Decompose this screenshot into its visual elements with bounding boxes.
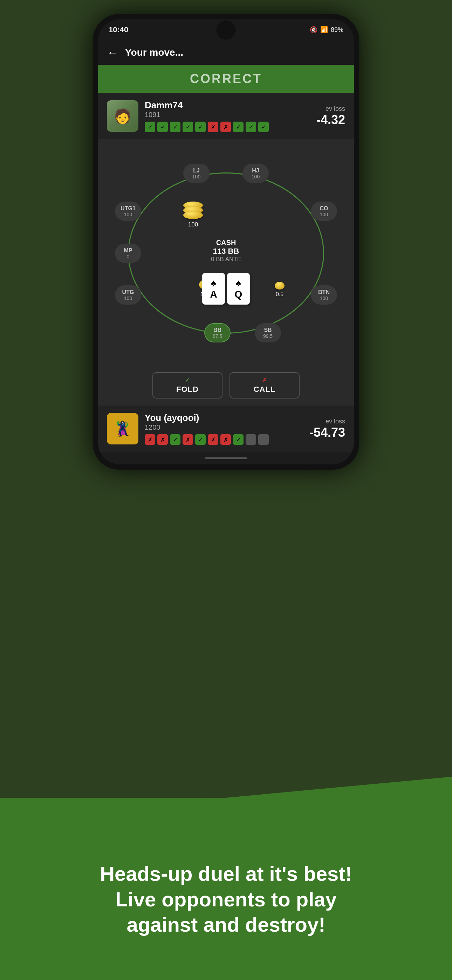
diagonal-cut xyxy=(0,777,452,819)
card-2-suit: ♠ xyxy=(236,278,241,289)
badge-4: ✓ xyxy=(183,122,193,132)
fold-button[interactable]: ✓ FOLD xyxy=(153,372,223,399)
call-button[interactable]: ✗ CALL xyxy=(229,372,299,399)
pos-utg-stack: 100 xyxy=(124,296,132,301)
mute-icon: 🔇 xyxy=(310,26,317,33)
position-mp: MP 0 xyxy=(115,243,141,263)
table-bb: 113 BB xyxy=(211,247,241,256)
card-2: ♠ Q xyxy=(227,273,250,305)
badge-b3: ✓ xyxy=(170,434,180,445)
badge-b6: ✗ xyxy=(208,434,218,445)
badge-1: ✓ xyxy=(145,122,155,132)
pos-utg1-stack: 100 xyxy=(124,212,132,217)
badge-2: ✓ xyxy=(157,122,168,132)
player-info-bottom: You (ayqooi) 1200 ✗ ✗ ✓ ✗ ✓ ✗ ✗ ✓ xyxy=(145,412,303,445)
pos-utg1-label: UTG1 xyxy=(121,205,135,212)
banner-line1: Heads-up duel at it's best! xyxy=(100,861,352,887)
badge-b10 xyxy=(258,434,269,445)
pos-co-label: CO xyxy=(320,205,328,212)
pot-sb-label: 0.5 xyxy=(276,291,283,298)
avatar-bottom: 🦹 xyxy=(107,413,138,444)
badge-3: ✓ xyxy=(170,122,180,132)
bottom-banner: Heads-up duel at it's best! Live opponen… xyxy=(0,798,452,980)
pos-hj-stack: 100 xyxy=(251,174,259,180)
player-name-bottom: You (ayqooi) xyxy=(145,412,303,423)
status-icons: 🔇 📶 89% xyxy=(310,26,344,33)
cards-area: ♠ A ♠ Q xyxy=(202,273,250,305)
avatar-top: 🧑 xyxy=(107,100,138,132)
correct-banner: CORRECT xyxy=(98,65,354,93)
pos-sb-label: SB xyxy=(264,327,272,333)
badge-9: ✓ xyxy=(246,122,256,132)
position-bb: BB 87.5 xyxy=(204,323,231,342)
coin-sb-area: 0.5 xyxy=(275,282,285,298)
badge-7: ✗ xyxy=(220,122,231,132)
badge-5: ✓ xyxy=(195,122,206,132)
pos-utg-label: UTG xyxy=(122,289,134,296)
badge-b4: ✗ xyxy=(183,434,193,445)
ev-loss-top: ev loss -4.32 xyxy=(317,105,345,127)
status-time: 10:40 xyxy=(108,25,128,34)
badge-b8: ✓ xyxy=(233,434,244,445)
pos-lj-stack: 100 xyxy=(193,174,201,180)
position-hj: HJ 100 xyxy=(242,164,269,183)
ev-loss-bottom: ev loss -54.73 xyxy=(309,418,345,440)
badge-b5: ✓ xyxy=(195,434,206,445)
pos-mp-stack: 0 xyxy=(127,254,130,259)
call-indicator: ✗ xyxy=(262,377,267,383)
player-badges-bottom: ✗ ✗ ✓ ✗ ✓ ✗ ✗ ✓ xyxy=(145,434,303,445)
pos-btn-label: BTN xyxy=(318,289,330,296)
position-lj: LJ 100 xyxy=(183,164,210,183)
player-name-top: Damm74 xyxy=(145,100,310,111)
card-1-suit: ♠ xyxy=(211,278,216,289)
fold-indicator: ✓ xyxy=(185,377,190,383)
player-score-top: 1091 xyxy=(145,111,310,119)
pos-hj-label: HJ xyxy=(252,167,259,174)
pos-sb-stack: 99.5 xyxy=(263,333,272,339)
swipe-indicator xyxy=(98,452,354,465)
player-badges-top: ✓ ✓ ✓ ✓ ✓ ✗ ✗ ✓ ✓ ✓ xyxy=(145,122,310,132)
coin-sb xyxy=(275,282,285,290)
badge-6: ✗ xyxy=(208,122,218,132)
player-score-bottom: 1200 xyxy=(145,423,303,431)
ev-loss-value-bottom: -54.73 xyxy=(309,425,345,440)
position-utg: UTG 100 xyxy=(115,285,141,305)
position-sb: SB 99.5 xyxy=(255,323,281,342)
ev-loss-label-top: ev loss xyxy=(317,105,345,113)
position-btn: BTN 100 xyxy=(311,285,337,305)
pos-btn-stack: 100 xyxy=(320,296,328,301)
ev-loss-value-top: -4.32 xyxy=(317,113,345,127)
banner-line2: Live opponents to play xyxy=(100,887,352,912)
back-button[interactable]: ← xyxy=(107,46,118,59)
badge-b1: ✗ xyxy=(145,434,155,445)
banner-line3: against and destroy! xyxy=(100,912,352,938)
home-indicator xyxy=(205,457,247,459)
battery-icon: 89% xyxy=(331,26,344,33)
wifi-icon: 📶 xyxy=(320,26,328,33)
coin-stack-main: 100 xyxy=(183,202,203,228)
pot-main-label: 100 xyxy=(188,221,198,228)
nav-title: Your move... xyxy=(125,47,183,58)
pos-co-stack: 100 xyxy=(320,212,328,217)
avatar-image-top: 🧑 xyxy=(107,100,138,132)
player-card-top: 🧑 Damm74 1091 ✓ ✓ ✓ ✓ ✓ ✗ ✗ ✓ ✓ xyxy=(98,93,354,139)
top-nav: ← Your move... xyxy=(98,40,354,65)
game-type: CASH xyxy=(211,239,241,247)
fold-label: FOLD xyxy=(176,385,199,394)
card-1: ♠ A xyxy=(202,273,225,305)
pos-bb-label: BB xyxy=(213,327,221,333)
pos-mp-label: MP xyxy=(124,247,132,254)
banner-inner: Heads-up duel at it's best! Live opponen… xyxy=(100,861,352,938)
poker-table: CASH 113 BB 0 BB ANTE LJ 100 HJ 100 xyxy=(98,139,354,367)
center-info: CASH 113 BB 0 BB ANTE xyxy=(211,239,241,263)
phone-device: 10:40 🔇 📶 89% ← Your move... CORRECT 🧑 xyxy=(93,14,359,470)
player-card-bottom: 🦹 You (ayqooi) 1200 ✗ ✗ ✓ ✗ ✓ ✗ ✗ ✓ xyxy=(98,406,354,452)
camera-notch xyxy=(216,20,236,40)
card-1-value: A xyxy=(210,289,217,300)
ev-loss-label-bottom: ev loss xyxy=(309,418,345,425)
table-ante: 0 BB ANTE xyxy=(211,256,241,263)
badge-b2: ✗ xyxy=(157,434,168,445)
correct-text: CORRECT xyxy=(190,72,262,86)
page-wrapper: 10:40 🔇 📶 89% ← Your move... CORRECT 🧑 xyxy=(0,0,452,980)
position-co: CO 100 xyxy=(311,202,337,221)
